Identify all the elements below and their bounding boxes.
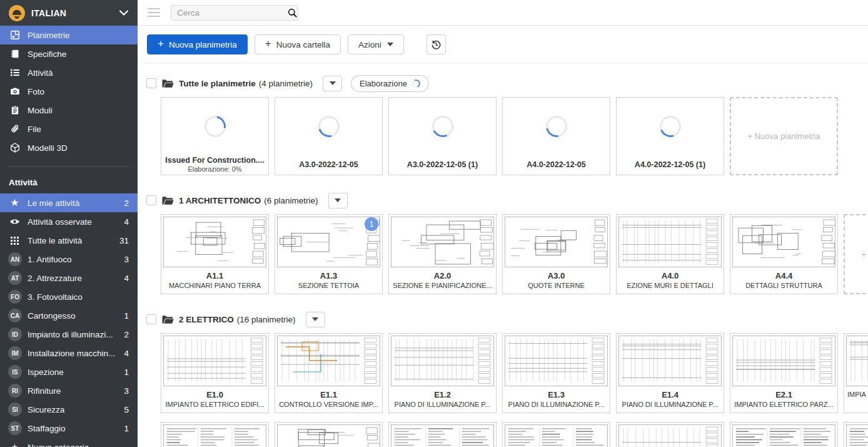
new-plan-button[interactable]: + Nuova planimetria [147, 34, 248, 54]
caret-down-icon [387, 43, 393, 46]
sidebar-item-moduli[interactable]: Moduli [0, 101, 138, 120]
task-filter-rifiniture[interactable]: RIRifiniture3 [0, 381, 138, 400]
task-filter-2-attrezzature[interactable]: AT2. Attrezzature4 [0, 269, 138, 287]
new-plan-card[interactable]: + Nuova planimetria [844, 214, 868, 294]
plan-name: IMPIANTO ELETTRICO EDIFI... [165, 400, 264, 409]
list-icon [9, 68, 21, 78]
plan-card-label: A1.3SEZIONE TETTOIA [275, 269, 382, 294]
plan-card[interactable]: Issued For Construction....Elaborazione:… [161, 97, 269, 175]
plan-card[interactable]: A4.0-2022-12-05 [502, 97, 610, 175]
plan-thumbnail [275, 334, 382, 388]
plan-card[interactable]: A3.0QUOTE INTERNE [502, 214, 610, 294]
plan-code: A4.0 [662, 271, 679, 281]
plan-thumbnail [844, 334, 868, 388]
plan-card[interactable]: A4.0EZIONE MURI E DETTAGLI [616, 214, 724, 294]
plan-thumbnail [161, 215, 268, 269]
folder-dropdown-button[interactable] [328, 193, 348, 208]
plan-code: E1.4 [662, 390, 679, 400]
plan-card[interactable]: A1.1MACCHINARI PIANO TERRA [161, 214, 269, 294]
plan-card[interactable]: A3.0-2022-12-05 (1) [388, 97, 497, 175]
plan-card[interactable]: A4.0-2022-12-05 (1) [616, 97, 724, 175]
sidebar-item-modelli-3d[interactable]: Modelli 3D [0, 138, 138, 157]
search-input[interactable] [177, 8, 288, 18]
new-folder-button[interactable]: + Nuova cartella [255, 34, 341, 54]
plan-card[interactable]: E1.4PIANO DI ILLUMINAZIONE P... [616, 333, 724, 413]
folder-checkbox[interactable] [146, 195, 156, 205]
task-filter-nuova-categoria[interactable]: +Nuova categoria [0, 438, 138, 447]
sidebar-item-foto[interactable]: Foto [0, 82, 138, 101]
plan-thumbnail [730, 215, 837, 269]
sidebar-item-attivit[interactable]: Attività [0, 63, 138, 82]
task-filter-ispezione[interactable]: ISIspezione1 [0, 362, 138, 381]
hamburger-icon[interactable] [148, 8, 160, 17]
plan-card[interactable]: A3.0-2022-12-05 [275, 97, 383, 175]
task-filter-3-fotovoltaico[interactable]: FO3. Fotovoltaico [0, 287, 138, 306]
plans-toolbar: + Nuova planimetria + Nuova cartella Azi… [138, 26, 868, 63]
plan-card[interactable] [844, 422, 868, 447]
plan-card[interactable] [388, 422, 497, 447]
task-filter-label: Tutte le attività [28, 236, 82, 245]
sidebar-item-specifiche[interactable]: Specifiche [0, 44, 138, 63]
plan-name: PIANO DI ILLUMINAZIONE P... [622, 400, 719, 409]
plan-card[interactable]: IMPIA [844, 333, 868, 413]
plan-title: A3.0-2022-12-05 (1) [407, 160, 478, 170]
plan-thumbnail [275, 98, 382, 155]
book-icon [9, 49, 21, 59]
task-filter-sicurezza[interactable]: SISicurezza5 [0, 400, 138, 419]
plan-card[interactable]: A2.0SEZIONE E PIANIFICAZIONE... [388, 214, 497, 294]
plan-card[interactable]: E2.1IMPIANTO ELETTRICO PARZ... [730, 333, 838, 413]
task-filter-installazione-macchin[interactable]: IMInstallazione macchin...4 [0, 344, 138, 362]
plan-card[interactable] [616, 422, 724, 447]
folder-dropdown-button[interactable] [306, 312, 325, 327]
plan-card[interactable]: A4.4DETTAGLI STRUTTURA [730, 214, 838, 294]
plan-card[interactable] [730, 422, 838, 447]
plan-card[interactable]: A1.3SEZIONE TETTOIA1 [275, 214, 383, 294]
plan-card[interactable]: E1.2PIANO DI ILLUMINAZIONE P... [388, 333, 497, 413]
folder-checkbox[interactable] [146, 314, 156, 324]
plan-card[interactable]: E1.1CONTROLLO VERSIONE IMP... [275, 333, 383, 413]
task-filter-impianto-di-illuminazi[interactable]: IDImpianto di illuminazi...2 [0, 325, 138, 344]
folder-icon [162, 79, 174, 88]
plan-code: E1.2 [434, 390, 451, 400]
task-filter-attivit-osservate[interactable]: Attività osservate4 [0, 212, 138, 231]
processing-status-label: Elaborazione [360, 79, 407, 88]
task-filter-1-antifuoco[interactable]: AN1. Antifuoco3 [0, 250, 138, 269]
task-filter-cartongesso[interactable]: CACartongesso1 [0, 306, 138, 325]
plan-name: SEZIONE TETTOIA [298, 281, 359, 290]
folder-dropdown-button[interactable] [323, 76, 342, 91]
task-filter-staffaggio[interactable]: STStaffaggio1 [0, 419, 138, 438]
search-icon[interactable] [288, 8, 297, 18]
sidebar-item-planimetrie[interactable]: Planimetrie [0, 26, 138, 44]
category-avatar: SI [8, 403, 22, 416]
plan-name: DETTAGLI STRUTTURA [745, 281, 822, 290]
plan-thumbnail [730, 423, 837, 447]
plan-card[interactable] [161, 422, 269, 447]
clipboard-icon [9, 105, 21, 115]
loading-spinner-icon [656, 112, 684, 140]
plan-title: A3.0-2022-12-05 [299, 160, 358, 170]
task-filter-tutte-le-attivit[interactable]: Tutte le attività31 [0, 231, 138, 250]
sidebar-item-file[interactable]: File [0, 120, 138, 138]
tasks-section-title: Attività [9, 178, 129, 187]
new-plan-card[interactable]: + Nuova planimetria [730, 97, 838, 175]
folder-title: 1 ARCHITETTONICO [179, 196, 261, 205]
plan-code: A1.1 [206, 271, 223, 281]
task-filter-label: 3. Fotovoltaico [28, 292, 83, 302]
history-button[interactable] [426, 34, 446, 54]
project-switcher[interactable]: ITALIAN [0, 0, 138, 26]
task-filter-label: Sicurezza [28, 405, 64, 414]
plan-card[interactable] [275, 422, 383, 447]
plan-card[interactable]: E1.0IMPIANTO ELETTRICO EDIFI... [161, 333, 269, 413]
folder-checkbox[interactable] [146, 78, 156, 88]
plan-thumbnail [389, 423, 496, 447]
category-avatar: AN [8, 252, 22, 266]
task-filter-label: Cartongesso [28, 311, 76, 321]
task-count-badge: 2 [124, 198, 129, 208]
chevron-down-icon[interactable] [119, 10, 129, 16]
actions-button[interactable]: Azioni [348, 34, 404, 54]
task-filter-le-mie-attivit[interactable]: ★Le mie attività2 [0, 193, 138, 212]
plan-card[interactable]: E1.3PIANO DI ILLUMINAZIONE P... [502, 333, 610, 413]
task-count-badge: 31 [119, 236, 129, 245]
plan-card[interactable] [502, 422, 610, 447]
plus-icon: + [158, 38, 164, 50]
